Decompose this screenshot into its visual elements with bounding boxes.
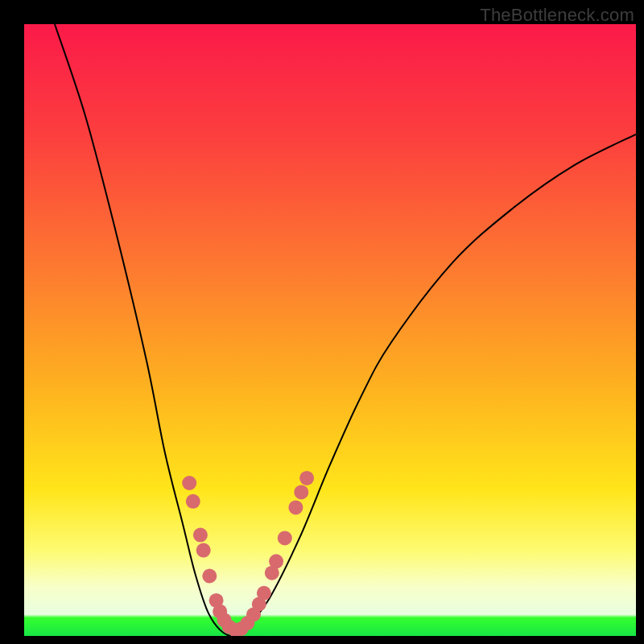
curve-dot xyxy=(299,471,314,485)
curve-dot xyxy=(294,485,308,499)
curve-layer xyxy=(24,24,636,636)
curve-dot xyxy=(186,494,200,509)
chart-frame: TheBottleneck.com xyxy=(0,0,644,644)
curve-dot xyxy=(278,530,292,545)
curve-dots xyxy=(182,471,314,636)
curve-dot xyxy=(196,543,211,558)
plot-area xyxy=(24,24,636,636)
curve-dot xyxy=(202,569,217,584)
curve-dot xyxy=(288,500,303,514)
curve-dot xyxy=(193,528,208,543)
bottleneck-curve xyxy=(55,24,636,636)
curve-dot xyxy=(269,554,283,568)
watermark-text: TheBottleneck.com xyxy=(480,5,634,26)
curve-dot xyxy=(182,476,196,490)
curve-dot xyxy=(257,586,271,601)
